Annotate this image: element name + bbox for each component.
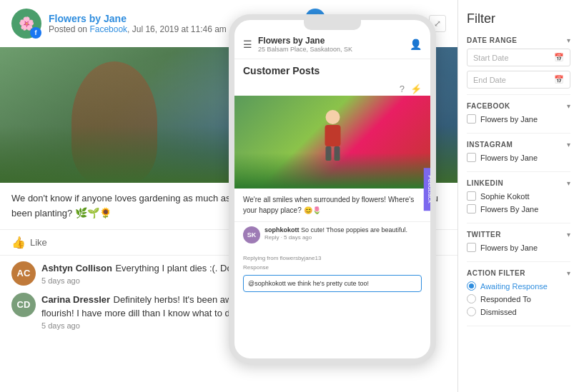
- child-body: [325, 125, 340, 146]
- filter-section-twitter: TWITTER ▾ Flowers by Jane: [467, 231, 570, 262]
- filter-section-header-instagram[interactable]: INSTAGRAM ▾: [467, 141, 570, 149]
- filter-section-instagram: INSTAGRAM ▾ Flowers by Jane: [467, 141, 570, 172]
- chevron-down-icon: ▾: [567, 231, 570, 238]
- mobile-section-title: Customer Posts: [234, 59, 430, 82]
- filter-section-header-date[interactable]: DATE RANGE ▾: [467, 36, 570, 44]
- filter-section-label-facebook: FACEBOOK: [467, 102, 510, 110]
- filter-radio-label: Responded To: [480, 295, 531, 303]
- mobile-app-header: ☰ Flowers by Jane 25 Balsam Place, Saska…: [234, 30, 430, 59]
- filter-section-label-twitter: TWITTER: [467, 231, 501, 238]
- chevron-down-icon: ▾: [567, 269, 570, 277]
- list-item[interactable]: Dismissed: [467, 307, 570, 316]
- hamburger-icon[interactable]: ☰: [243, 39, 252, 50]
- checkbox-linkedin-sophie[interactable]: [467, 191, 476, 201]
- mobile-response-box[interactable]: @sophkokott we think he's pretty cute to…: [243, 275, 422, 292]
- filter-section-header-twitter[interactable]: TWITTER ▾: [467, 231, 570, 238]
- mobile-person-icon[interactable]: 👤: [410, 39, 422, 50]
- chevron-down-icon: ▾: [567, 141, 570, 149]
- list-item[interactable]: Flowers By Jane: [467, 204, 570, 213]
- filter-section-header-facebook[interactable]: FACEBOOK ▾: [467, 102, 570, 110]
- checkbox-facebook-flowersbyJane[interactable]: [467, 114, 476, 124]
- mobile-help-icon[interactable]: ?: [400, 84, 405, 94]
- checkbox-instagram-flowersbyJane[interactable]: [467, 153, 476, 162]
- main-content: ? ⚡ 🌸 f Flowers by Jane Posted on Facebo…: [0, 0, 457, 392]
- filter-checkbox-label: Flowers by Jane: [480, 115, 538, 124]
- filter-section-label-date: DATE RANGE: [467, 36, 517, 44]
- mobile-brand-info: Flowers by Jane 25 Balsam Place, Saskato…: [258, 36, 410, 53]
- mobile-comment-text: sophkokott So cute! Those poppies are be…: [264, 226, 422, 233]
- mobile-brand-name: Flowers by Jane: [258, 36, 410, 46]
- checkbox-linkedin-flowers[interactable]: [467, 204, 476, 213]
- filter-section-label-linkedin: LINKEDIN: [467, 179, 503, 187]
- radio-awaiting-response[interactable]: [467, 281, 476, 291]
- avatar: SK: [243, 226, 260, 243]
- filter-radio-label: Awaiting Response: [480, 282, 548, 291]
- start-date-field[interactable]: Start Date 📅: [467, 49, 570, 66]
- comment-author: Carina Dressler: [41, 294, 110, 305]
- fb-badge: f: [30, 27, 41, 39]
- like-icon: 👍: [11, 236, 26, 249]
- mobile-frame: ☰ Flowers by Jane 25 Balsam Place, Saska…: [229, 14, 436, 364]
- feedback-tab[interactable]: Feedback: [424, 168, 436, 211]
- brand-avatar: 🌸 f: [11, 9, 41, 39]
- child-head: [325, 110, 340, 124]
- filter-title: Filter: [467, 11, 570, 26]
- filter-section-action: ACTION FILTER ▾ Awaiting Response Respon…: [467, 269, 570, 326]
- filter-date-inputs: Start Date 📅 End Date 📅: [467, 49, 570, 89]
- filter-checkbox-label: Flowers by Jane: [480, 243, 538, 252]
- list-item[interactable]: Flowers by Jane: [467, 114, 570, 124]
- mobile-post-image: [234, 96, 430, 189]
- filter-checkbox-label: Sophie Kokott: [480, 192, 530, 201]
- chevron-down-icon: ▾: [567, 179, 570, 187]
- filter-section-header-action[interactable]: ACTION FILTER ▾: [467, 269, 570, 277]
- chevron-down-icon: ▾: [567, 36, 570, 44]
- filter-section-label-instagram: INSTAGRAM: [467, 141, 513, 149]
- filter-panel: Filter DATE RANGE ▾ Start Date 📅 End Dat…: [457, 0, 579, 392]
- checkbox-twitter-flowersbyJane[interactable]: [467, 243, 476, 252]
- mobile-filter-icon[interactable]: ⚡: [410, 84, 422, 94]
- mobile-response-label: Response: [234, 264, 430, 272]
- mobile-comment-area: SK sophkokott So cute! Those poppies are…: [234, 222, 430, 252]
- filter-section-linkedin: LINKEDIN ▾ Sophie Kokott Flowers By Jane: [467, 179, 570, 223]
- list-item[interactable]: Flowers by Jane: [467, 153, 570, 162]
- filter-radio-label: Dismissed: [480, 308, 517, 316]
- filter-section-date: DATE RANGE ▾ Start Date 📅 End Date 📅: [467, 36, 570, 95]
- mobile-notch: [304, 20, 361, 30]
- list-item: SK sophkokott So cute! Those poppies are…: [243, 226, 422, 243]
- chevron-down-icon: ▾: [567, 102, 570, 110]
- platform-link[interactable]: Facebook: [89, 24, 127, 34]
- avatar: AC: [11, 261, 36, 286]
- mobile-brand-sub: 25 Balsam Place, Saskatoon, SK: [258, 46, 410, 53]
- like-button[interactable]: 👍 Like: [11, 236, 47, 249]
- radio-dismissed[interactable]: [467, 307, 476, 316]
- mobile-toolbar: ? ⚡: [234, 82, 430, 96]
- comment-author: Ashtyn Collison: [41, 263, 112, 273]
- filter-section-facebook: FACEBOOK ▾ Flowers by Jane: [467, 102, 570, 134]
- list-item[interactable]: Awaiting Response: [467, 281, 570, 291]
- calendar-icon: 📅: [554, 75, 564, 84]
- filter-checkbox-label: Flowers by Jane: [480, 154, 538, 162]
- mobile-reply-from: Replying from flowersbyjane13: [234, 252, 430, 264]
- filter-checkbox-label: Flowers By Jane: [480, 205, 538, 213]
- end-date-field[interactable]: End Date 📅: [467, 71, 570, 89]
- list-item[interactable]: Sophie Kokott: [467, 191, 570, 201]
- calendar-icon: 📅: [554, 53, 564, 62]
- filter-section-label-action: ACTION FILTER: [467, 269, 525, 277]
- mobile-post-text: We're all smiles when surrounded by flow…: [234, 189, 430, 222]
- mobile-comment-content: sophkokott So cute! Those poppies are be…: [264, 226, 422, 241]
- list-item[interactable]: Flowers by Jane: [467, 243, 570, 252]
- radio-responded-to[interactable]: [467, 294, 476, 303]
- flowers-background: [234, 153, 430, 189]
- filter-section-header-linkedin[interactable]: LINKEDIN ▾: [467, 179, 570, 187]
- mobile-comment-meta: Reply · 5 days ago: [264, 234, 422, 241]
- avatar: CD: [11, 293, 36, 317]
- list-item[interactable]: Responded To: [467, 294, 570, 303]
